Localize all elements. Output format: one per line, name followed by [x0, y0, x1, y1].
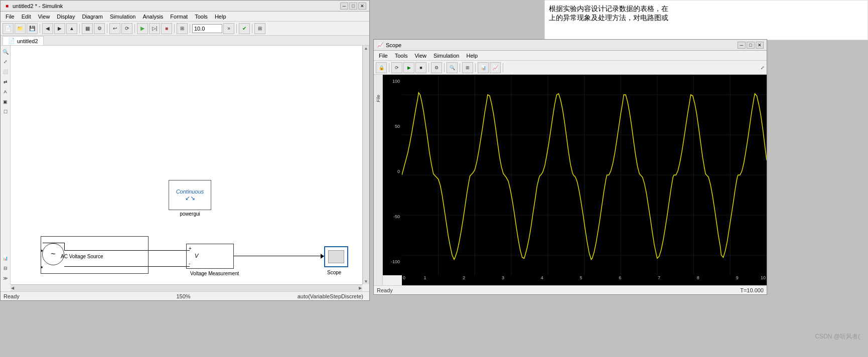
simulink-icon: ■	[4, 3, 11, 10]
lt-fit[interactable]: ⤢	[2, 58, 10, 66]
powergui-label: Continuous	[176, 189, 204, 195]
simulink-toolbar: 📄 📁 💾 ◀ ▶ ▲ ▦ ⚙ ↩ ⟳ ▶ ▷| ■ ⊞ » ✔ ⊞	[1, 22, 369, 36]
scope-tb-5[interactable]: ⊞	[462, 62, 473, 73]
window-controls: ─ □ ✕	[340, 3, 366, 10]
lt-text[interactable]: A	[2, 88, 10, 96]
fwd-btn[interactable]: ▶	[54, 23, 65, 34]
x-label-2: 2	[445, 275, 484, 285]
menu-edit[interactable]: Edit	[19, 13, 34, 20]
lt-checkbox[interactable]: ☐	[2, 108, 10, 116]
scope-sep1	[389, 63, 389, 72]
redo-btn[interactable]: ⟳	[121, 23, 132, 34]
scope-tb-3[interactable]: ⚙	[431, 62, 442, 73]
step-btn[interactable]: ▷|	[149, 23, 160, 34]
sim-time-input[interactable]	[192, 24, 222, 33]
grid-btn[interactable]: ⊞	[254, 23, 265, 34]
scope-expand-btn[interactable]: ⤢	[761, 65, 765, 70]
scope-tb-1[interactable]: 🔒	[376, 62, 387, 73]
diagram-canvas[interactable]: Continuous ↙↘ powergui ~ AC Voltage Sour…	[11, 46, 362, 284]
scope-close[interactable]: ✕	[756, 42, 764, 49]
lt-norm[interactable]: ⬜	[2, 68, 10, 76]
scope-tb-2[interactable]: ⟳	[391, 62, 402, 73]
menu-simulation[interactable]: Simulation	[107, 13, 138, 20]
scope-block[interactable]	[324, 246, 348, 267]
canvas-area: 🔍 ⤢ ⬜ ⇄ A ▣ ☐ 📊 ⊟ ≫ Continuous ↙↘ powerg…	[1, 46, 369, 284]
scope-tb-stop[interactable]: ■	[415, 62, 426, 73]
ac-symbol: ~	[51, 250, 55, 259]
simulink-menubar: File Edit View Display Diagram Simulatio…	[1, 12, 369, 22]
up-btn[interactable]: ▲	[66, 23, 77, 34]
menu-file[interactable]: File	[3, 13, 18, 20]
run-btn[interactable]: ▶	[137, 23, 148, 34]
menu-analysis[interactable]: Analysis	[139, 13, 166, 20]
scroll-down[interactable]: ▼	[364, 279, 368, 284]
lt-search[interactable]: 🔍	[2, 48, 10, 56]
y-label-100: 100	[384, 79, 400, 84]
sep4	[134, 24, 135, 33]
scope-minimize[interactable]: ─	[738, 42, 746, 49]
scroll-left[interactable]: ◀	[11, 286, 14, 290]
scroll-up[interactable]: ▲	[364, 46, 368, 51]
sep3	[107, 24, 107, 33]
scope-sep3	[444, 63, 445, 72]
scope-restore[interactable]: □	[747, 42, 755, 49]
scope-tb-4[interactable]: 🔍	[447, 62, 458, 73]
sep7	[236, 24, 237, 33]
sep8	[252, 24, 252, 33]
undo-btn[interactable]: ↩	[109, 23, 120, 34]
tab-untitled2[interactable]: 📄 untitled2	[3, 36, 44, 45]
scope-menu-view[interactable]: View	[411, 52, 429, 59]
ac-port-bot	[41, 266, 43, 268]
minimize-button[interactable]: ─	[340, 3, 348, 10]
lt-more[interactable]: ≫	[2, 274, 10, 282]
scope-menu-help[interactable]: Help	[463, 52, 481, 59]
scope-main: File 100 50 0 -50 -100	[374, 75, 767, 285]
scope-menu-file[interactable]: File	[376, 52, 391, 59]
menu-view[interactable]: View	[35, 13, 53, 20]
settings-btn[interactable]: ⚙	[94, 23, 105, 34]
wire-top	[64, 250, 190, 251]
powergui-block[interactable]: Continuous ↙↘ powergui	[169, 180, 211, 217]
close-button[interactable]: ✕	[358, 3, 366, 10]
voltmeas-block[interactable]: + V -	[186, 244, 234, 269]
menu-format[interactable]: Format	[167, 13, 191, 20]
h-scrollbar[interactable]: ◀ ▶	[11, 284, 362, 291]
x-label-9: 9	[717, 275, 757, 285]
x-label-1: 1	[405, 275, 445, 285]
menu-tools[interactable]: Tools	[192, 13, 211, 20]
stop-btn[interactable]: ■	[161, 23, 172, 34]
lt-box[interactable]: ▣	[2, 98, 10, 106]
wire-h-ac	[43, 243, 65, 243]
scope-menu-tools[interactable]: Tools	[392, 52, 411, 59]
lt-arrows[interactable]: ⇄	[2, 78, 10, 86]
scroll-right[interactable]: ▶	[359, 286, 362, 290]
sep5	[174, 24, 175, 33]
status-mode: auto(VariableStepDiscrete)	[204, 293, 367, 299]
ac-port-top	[41, 250, 43, 252]
new-btn[interactable]: 📄	[3, 23, 14, 34]
scope-menubar: File Tools View Simulation Help	[374, 51, 767, 61]
menu-help[interactable]: Help	[212, 13, 229, 20]
menu-diagram[interactable]: Diagram	[79, 13, 106, 20]
scope-tb-6[interactable]: 📊	[478, 62, 489, 73]
scope-statusbar: Ready T=10.000	[374, 285, 767, 294]
more-btn[interactable]: »	[223, 23, 234, 34]
save-btn[interactable]: 💾	[27, 23, 38, 34]
lt-scope2[interactable]: 📊	[2, 254, 10, 262]
lt-settings2[interactable]: ⊟	[2, 264, 10, 272]
v-scrollbar[interactable]: ▲ ▼	[362, 46, 369, 284]
ac-source-label: AC Voltage Source	[61, 254, 103, 259]
open-btn[interactable]: 📁	[15, 23, 26, 34]
restore-button[interactable]: □	[349, 3, 357, 10]
menu-display[interactable]: Display	[54, 13, 78, 20]
back-btn[interactable]: ◀	[42, 23, 53, 34]
check-btn[interactable]: ✔	[239, 23, 250, 34]
status-ready: Ready	[4, 293, 164, 299]
scope-tb-7[interactable]: 📈	[490, 62, 501, 73]
lib-btn[interactable]: ▦	[82, 23, 93, 34]
powergui-arrows: ↙↘	[185, 195, 195, 202]
scope-toolbar: 🔒 ⟳ ▶ ■ ⚙ 🔍 ⊞ 📊 📈 ⤢	[374, 61, 767, 75]
scope-menu-sim[interactable]: Simulation	[430, 52, 462, 59]
zoom-btn[interactable]: ⊞	[177, 23, 188, 34]
scope-tb-play[interactable]: ▶	[403, 62, 414, 73]
